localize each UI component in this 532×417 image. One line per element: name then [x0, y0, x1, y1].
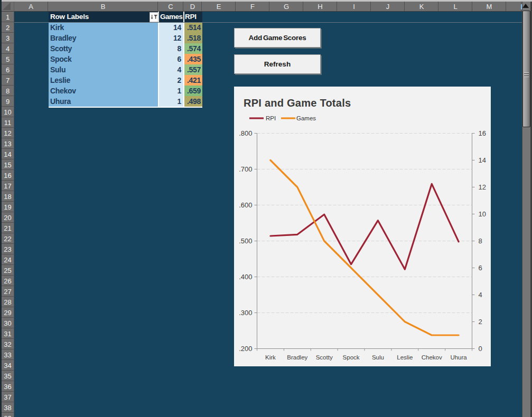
- svg-text:8: 8: [479, 237, 482, 245]
- svg-text:2: 2: [479, 318, 482, 326]
- svg-text:Bradley: Bradley: [287, 354, 307, 361]
- svg-text:6: 6: [479, 264, 482, 272]
- svg-text:0: 0: [479, 345, 482, 353]
- svg-text:16: 16: [479, 129, 486, 137]
- svg-text:Uhura: Uhura: [450, 354, 467, 361]
- svg-text:.600: .600: [239, 201, 252, 209]
- svg-text:RPI: RPI: [266, 115, 276, 121]
- svg-text:.700: .700: [239, 165, 252, 173]
- svg-text:.300: .300: [239, 309, 252, 317]
- svg-text:Leslie: Leslie: [397, 354, 413, 361]
- svg-text:Sulu: Sulu: [372, 354, 384, 361]
- svg-text:.800: .800: [239, 129, 252, 137]
- svg-text:14: 14: [479, 156, 486, 164]
- svg-text:Spock: Spock: [343, 354, 360, 361]
- svg-text:Games: Games: [296, 115, 316, 121]
- svg-text:Chekov: Chekov: [422, 354, 442, 361]
- svg-text:4: 4: [479, 291, 482, 299]
- svg-text:10: 10: [479, 210, 486, 218]
- svg-text:.500: .500: [239, 237, 252, 245]
- svg-text:Kirk: Kirk: [265, 354, 276, 361]
- svg-text:12: 12: [479, 183, 486, 191]
- svg-text:Scotty: Scotty: [316, 354, 333, 361]
- svg-text:.200: .200: [239, 345, 252, 353]
- svg-text:.400: .400: [239, 273, 252, 281]
